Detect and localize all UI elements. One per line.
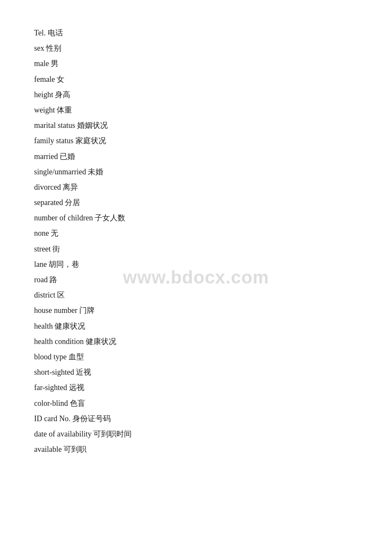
vocab-item: separated 分居 <box>34 195 358 210</box>
vocab-item: lane 胡同，巷 <box>34 257 358 272</box>
vocab-item: available 可到职 <box>34 442 358 457</box>
vocab-item: sex 性别 <box>34 41 358 55</box>
content-area: Tel. 电话sex 性别male 男female 女height 身高weig… <box>0 0 392 483</box>
vocab-item: family status 家庭状况 <box>34 133 358 148</box>
vocab-item: far-sighted 远视 <box>34 380 358 395</box>
vocab-item: district 区 <box>34 288 358 302</box>
vocab-item: health condition 健康状况 <box>34 334 358 349</box>
vocab-item: road 路 <box>34 272 358 287</box>
vocab-item: number of children 子女人数 <box>34 211 358 225</box>
vocab-item: blood type 血型 <box>34 350 358 364</box>
vocab-item: height 身高 <box>34 87 358 102</box>
vocab-item: Tel. 电话 <box>34 26 358 40</box>
vocab-item: married 已婚 <box>34 149 358 164</box>
vocab-item: divorced 离异 <box>34 180 358 194</box>
vocab-item: weight 体重 <box>34 103 358 117</box>
vocab-item: health 健康状况 <box>34 319 358 333</box>
vocab-item: house number 门牌 <box>34 303 358 318</box>
vocab-item: color-blind 色盲 <box>34 396 358 410</box>
vocab-item: none 无 <box>34 226 358 240</box>
vocab-item: ID card No. 身份证号码 <box>34 411 358 426</box>
vocab-item: marital status 婚姻状况 <box>34 118 358 133</box>
vocab-item: female 女 <box>34 72 358 87</box>
vocab-item: single/unmarried 未婚 <box>34 165 358 179</box>
vocab-item: street 街 <box>34 242 358 256</box>
vocab-item: male 男 <box>34 56 358 71</box>
vocab-item: short-sighted 近视 <box>34 365 358 379</box>
vocab-item: date of availability 可到职时间 <box>34 427 358 441</box>
